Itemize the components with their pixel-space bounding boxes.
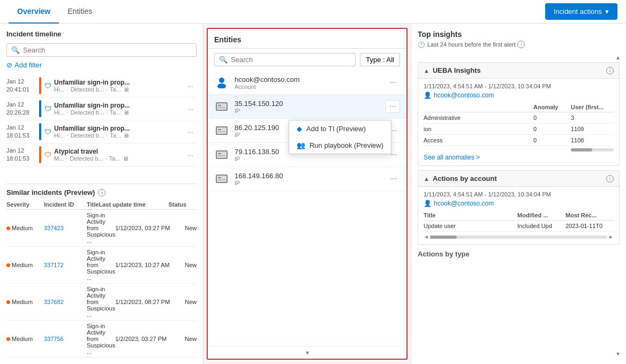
context-menu-item-run-playbook[interactable]: 👥 Run playbook (Preview) — [289, 137, 391, 154]
timeline-item-title: Unfamiliar sign-in prop... — [54, 102, 184, 109]
context-menu: ◆ Add to TI (Preview) 👥 Run playbook (Pr… — [289, 120, 391, 154]
filter-icon: ⊘ — [6, 61, 12, 69]
timeline-item-title: Unfamiliar sign-in prop... — [54, 125, 184, 132]
scroll-down-indicator: ▾ — [208, 346, 406, 359]
scroll-right-icon[interactable]: ► — [608, 234, 614, 240]
actions-section-header[interactable]: ▲ Actions by account i — [418, 171, 619, 187]
entities-search-input[interactable] — [231, 56, 351, 64]
ueba-user: 👤 hcook@contoso.com — [424, 92, 614, 99]
more-options-icon[interactable]: ··· — [386, 100, 400, 113]
entity-list: hcook@contoso.com Account ··· 35.154.150… — [208, 71, 406, 346]
table-row[interactable]: Medium 337423 Sign-in Activity from Susp… — [6, 210, 197, 247]
ip-icon — [214, 147, 229, 162]
more-options-icon[interactable]: ··· — [184, 127, 197, 137]
more-options-icon[interactable]: ··· — [387, 173, 400, 185]
timeline-item[interactable]: Jan 1218:01:53 🛡 Atypical travel M... · … — [6, 143, 197, 166]
chevron-down-icon: ▾ — [605, 7, 609, 16]
timeline-date: Jan 1218:01:53 — [6, 147, 36, 163]
timeline-bar-blue — [39, 123, 41, 140]
incident-actions-button[interactable]: Incident actions ▾ — [545, 3, 617, 20]
timeline-search-box: 🔍 — [6, 43, 197, 57]
entities-panel: Entities 🔍 Type : All hcook@contoso.com … — [207, 28, 408, 360]
add-ti-icon: ◆ — [297, 125, 302, 133]
clock-icon: 🕐 — [418, 41, 425, 48]
entity-name: 168.149.166.80 — [235, 172, 387, 180]
timeline-item[interactable]: Jan 1220:41:01 🛡 Unfamiliar sign-in prop… — [6, 74, 197, 97]
user-icon: 👤 — [424, 200, 432, 207]
timeline-meta1: Hi... — [54, 132, 65, 139]
timeline-meta3: Ta... — [110, 86, 121, 93]
entity-item[interactable]: hcook@contoso.com Account ··· — [208, 71, 406, 95]
timeline-date: Jan 1220:41:01 — [6, 78, 36, 94]
entity-type: IP — [235, 156, 387, 162]
table-row[interactable]: Medium 337756 Sign-in Activity from Susp… — [6, 321, 197, 358]
entity-item[interactable]: 35.154.150.120 IP ··· — [208, 95, 406, 119]
similar-incidents-section: Similar incidents (Preview) i Severity I… — [6, 184, 197, 358]
see-all-anomalies-link[interactable]: See all anomalies > — [424, 154, 614, 161]
more-options-icon[interactable]: ··· — [184, 104, 197, 114]
ip-icon — [214, 99, 229, 114]
scroll-left-icon[interactable]: ◄ — [424, 234, 429, 240]
timeline-bar-blue — [39, 100, 41, 117]
svg-rect-5 — [218, 107, 225, 108]
timeline-meta2: Detected b... — [71, 86, 104, 93]
incident-id-link[interactable]: 337423 — [44, 225, 87, 231]
more-options-icon[interactable]: ··· — [184, 81, 197, 91]
timeline-meta2: Detected b... — [71, 132, 104, 139]
timeline-search-input[interactable] — [23, 46, 192, 54]
timeline-meta1: M... — [54, 155, 64, 162]
entity-name: hcook@contoso.com — [235, 75, 387, 84]
top-insights-subtitle: 🕐 Last 24 hours before the first alert i — [418, 41, 620, 48]
monitor-icon: 🖥 — [123, 155, 129, 162]
ueba-table-row: ion 0 1109 — [424, 124, 614, 135]
table-row[interactable]: Medium 337172 Sign-in Activity from Susp… — [6, 247, 197, 284]
account-icon — [214, 75, 229, 90]
entity-item[interactable]: 168.149.166.80 IP ··· — [208, 167, 406, 191]
add-filter-button[interactable]: ⊘ Add filter — [6, 61, 197, 69]
ueba-section-header[interactable]: ▲ UEBA Insights i — [418, 63, 619, 79]
timeline-meta3: Ta... — [110, 132, 121, 139]
info-icon[interactable]: i — [517, 41, 525, 48]
search-icon: 🔍 — [219, 56, 228, 64]
incident-id-link[interactable]: 337756 — [44, 336, 87, 342]
timeline-item[interactable]: Jan 1218:01:53 🛡 Unfamiliar sign-in prop… — [6, 120, 197, 143]
incident-actions-label: Incident actions — [554, 7, 602, 16]
svg-point-0 — [219, 78, 224, 83]
ueba-table-row: Administrative 0 3 — [424, 112, 614, 124]
actions-date: 1/11/2023, 4:54:51 AM - 1/12/2023, 10:34… — [424, 191, 614, 198]
top-nav: Overview Entities Incident actions ▾ — [0, 0, 626, 24]
timeline-date: Jan 1218:01:53 — [6, 124, 36, 140]
svg-rect-4 — [218, 105, 221, 106]
timeline-meta3: Ta... — [109, 155, 120, 162]
playbook-icon: 👥 — [297, 141, 305, 149]
more-options-icon[interactable]: ··· — [387, 77, 400, 88]
monitor-icon: 🖥 — [123, 109, 129, 116]
table-row[interactable]: Medium 337682 Sign-in Activity from Susp… — [6, 284, 197, 321]
scroll-down-indicator: ▾ — [418, 350, 620, 358]
shield-icon: 🛡 — [44, 151, 51, 159]
right-panel: Top insights 🕐 Last 24 hours before the … — [411, 24, 626, 364]
context-menu-item-add-ti[interactable]: ◆ Add to TI (Preview) — [289, 120, 391, 137]
incident-id-link[interactable]: 337682 — [44, 299, 87, 305]
info-icon[interactable]: i — [98, 189, 105, 196]
tab-overview[interactable]: Overview — [9, 0, 59, 24]
entities-title: Entities — [208, 29, 406, 49]
entities-search-box: 🔍 — [214, 53, 356, 66]
chevron-up-icon: ▴ — [616, 54, 620, 61]
svg-rect-11 — [217, 151, 227, 158]
ip-icon — [214, 123, 229, 138]
incident-id-link[interactable]: 337172 — [44, 262, 87, 268]
timeline-item[interactable]: Jan 1220:26:28 🛡 Unfamiliar sign-in prop… — [6, 97, 197, 120]
shield-icon: 🛡 — [44, 82, 51, 90]
type-filter-button[interactable]: Type : All — [360, 53, 400, 66]
svg-rect-8 — [218, 129, 221, 130]
more-options-icon[interactable]: ··· — [184, 150, 197, 160]
info-icon[interactable]: i — [606, 175, 614, 183]
timeline-list: Jan 1220:41:01 🛡 Unfamiliar sign-in prop… — [6, 74, 197, 178]
info-icon[interactable]: i — [606, 67, 614, 74]
ueba-section-body: 1/11/2023, 4:54:51 AM - 1/12/2023, 10:34… — [418, 79, 619, 165]
entity-name: 35.154.150.120 — [235, 100, 386, 108]
ueba-section: ▲ UEBA Insights i 1/11/2023, 4:54:51 AM … — [418, 62, 620, 166]
tab-entities[interactable]: Entities — [59, 0, 101, 24]
actions-table-header: Title Modified ... Most Rec... — [424, 210, 614, 221]
